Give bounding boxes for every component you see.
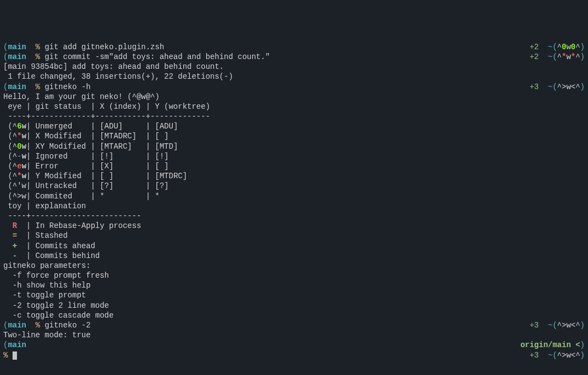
terminal-line: -f force prompt fresh [3,271,585,280]
text-segment: main [8,52,26,61]
text-segment: main [8,341,26,349]
text-segment: (^'w [3,181,26,190]
text-segment: | Error | [X] | [ ] [26,162,168,171]
text-segment: -2 toggle 2 line mode [3,301,109,310]
line-left: -h show this help [3,280,91,290]
text-segment: gitneko parameters: [3,261,91,270]
text-segment: (^ [3,132,17,140]
terminal-line: ----+------------------------ [3,211,585,221]
text-segment: w [22,132,26,140]
line-right: +3 ~(^>w<^) [529,320,585,330]
text-segment: main [8,83,26,91]
line-right: origin/main <) [520,340,585,350]
terminal-line: (main % gitneko -h+3 ~(^>w<^) [3,82,585,92]
text-segment: (^ [3,122,17,131]
line-left: ----+-------------+-----------+---------… [3,112,210,121]
text-segment: (^ [3,172,17,180]
cursor [13,351,17,360]
line-left: (^ew| Error | [X] | [ ] [3,161,168,171]
terminal-line: (^'w| Untracked | [?] | [?] [3,181,585,191]
text-segment [3,251,13,260]
line-left: (^6w| Unmerged | [ADU] | [ADU] [3,121,178,131]
text-segment [539,83,548,91]
text-segment: ) [580,83,585,91]
text-segment: ~( [548,52,557,61]
text-segment: main [8,43,26,51]
line-left: (main % gitneko -2 [3,320,91,330]
text-segment: +3 [529,321,539,330]
text-segment: ^>w<^ [557,351,580,360]
terminal-line: (main % gitneko -2+3 ~(^>w<^) [3,320,585,330]
terminal-line: toy | explanation [3,201,585,211]
text-segment: ~( [548,83,557,91]
terminal-line: (^6w| Unmerged | [ADU] | [ADU] [3,121,585,131]
text-segment: ~( [548,321,557,330]
line-left: -c toggle cascade mode [3,310,114,320]
text-segment [26,321,36,330]
line-left: (^>w| Commited | * | * [3,191,160,201]
text-segment: +2 [529,43,539,51]
text-segment: [main 93854bc] add toys: ahead and behin… [3,62,224,71]
text-segment: w [22,122,26,131]
text-segment: w [566,43,570,51]
text-segment: | Untracked | [?] | [?] [26,181,168,190]
line-left: (main [3,340,26,350]
text-segment: % [36,83,40,91]
line-left: (^*w| X Modified | [MTADRC] | [ ] [3,131,168,141]
text-segment: ~( [548,351,557,360]
text-segment [3,242,13,250]
terminal-line: R | In Rebase-Apply process [3,221,585,231]
text-segment: w [22,172,26,180]
text-segment: ) [580,351,585,360]
line-left: [main 93854bc] add toys: ahead and behin… [3,62,224,72]
terminal-line: + | Commits ahead [3,241,585,251]
text-segment: | Stashed [17,231,67,240]
text-segment: gitneko -2 [40,321,90,330]
terminal-output[interactable]: (main % git add gitneko.plugin.zsh+2 ~(^… [3,42,585,360]
text-segment: (^ [3,162,17,171]
line-left: (main % git add gitneko.plugin.zsh [3,42,164,52]
text-segment [539,52,548,61]
text-segment: - [13,251,17,260]
text-segment: ) [580,43,585,51]
terminal-line: (^0w| XY Modified | [MTARC] | [MTD] [3,142,585,151]
text-segment: git commit -sm"add toys: ahead and behin… [40,52,270,61]
line-left: (^0w| XY Modified | [MTARC] | [MTD] [3,142,178,151]
terminal-line: [main 93854bc] add toys: ahead and behin… [3,62,585,72]
terminal-line: -h show this help [3,280,585,290]
text-segment: | Commits behind [17,251,100,260]
line-right: +2 ~(^*w*^) [529,52,585,62]
terminal-line: (^>w| Commited | * | * [3,191,585,201]
text-segment: w [22,162,26,171]
text-segment: | In Rebase-Apply process [17,221,141,230]
terminal-line: (^*w| X Modified | [MTADRC] | [ ] [3,131,585,141]
text-segment: main [8,321,26,330]
text-segment: % [36,321,40,330]
text-segment [26,83,36,91]
terminal-line: -c toggle cascade mode [3,310,585,320]
text-segment [3,231,13,240]
line-left: - | Commits behind [3,251,100,261]
text-segment: 6 [17,122,21,131]
terminal-line: % +3 ~(^>w<^) [3,350,585,360]
text-segment: ^ [575,43,580,51]
terminal-line: (mainorigin/main <) [3,340,585,350]
line-left: R | In Rebase-Apply process [3,221,141,231]
text-segment [3,221,13,230]
text-segment: ^ [557,43,562,51]
text-segment: (^ [3,142,17,151]
line-left: (main % gitneko -h [3,82,91,92]
text-segment: ^ [557,52,562,61]
line-left: gitneko parameters: [3,261,91,271]
line-left: -2 toggle 2 line mode [3,301,109,310]
text-segment: 0 [571,43,575,51]
text-segment: -c toggle cascade mode [3,311,114,320]
text-segment: eye | git status | X (index) | Y (worktr… [3,102,210,111]
terminal-line: (^-w| Ignored | [!] | [!] [3,151,585,161]
text-segment: -h show this help [3,281,91,290]
line-left: -f force prompt fresh [3,271,109,280]
text-segment: | Commits ahead [17,242,95,250]
terminal-line: Two-line mode: true [3,330,585,340]
text-segment: ----+------------------------ [3,212,141,220]
line-left: 1 file changed, 38 insertions(+), 22 del… [3,72,233,81]
